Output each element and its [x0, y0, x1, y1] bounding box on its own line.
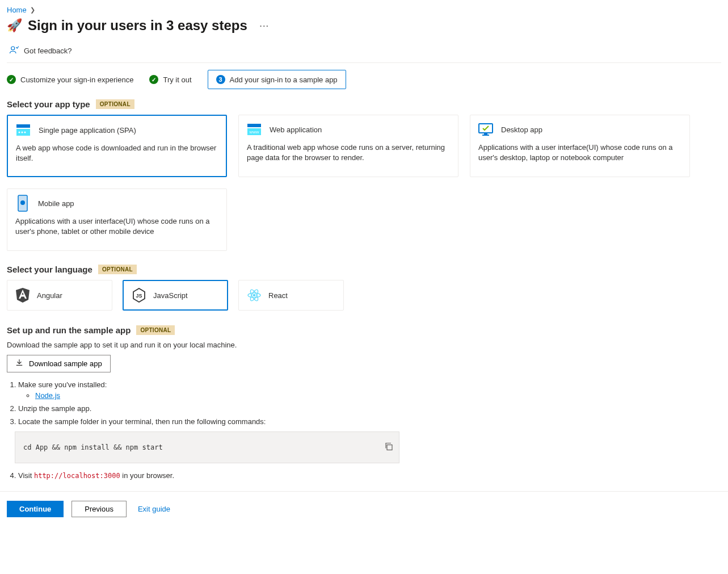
app-type-card-mobile[interactable]: Mobile app Applications with a user inte…: [7, 188, 227, 251]
copy-button[interactable]: [384, 442, 393, 453]
check-icon: ✓: [149, 75, 158, 84]
app-type-card-desktop[interactable]: Desktop app Applications with a user int…: [470, 115, 690, 177]
step-3[interactable]: 3 Add your sign-in to a sample app: [208, 70, 346, 89]
language-card-angular[interactable]: Angular: [7, 280, 112, 311]
svg-point-3: [19, 132, 20, 133]
card-desc: Applications with a user interface(UI) w…: [15, 216, 218, 236]
card-title: Web application: [270, 125, 322, 134]
svg-rect-1: [16, 124, 30, 128]
setup-steps-list: Make sure you've installed: Node.js Unzi…: [7, 380, 721, 426]
language-label: Angular: [37, 291, 62, 300]
setup-step-2: Unzip the sample app.: [18, 404, 721, 413]
rocket-icon: 🚀: [7, 18, 22, 33]
language-card-react[interactable]: React: [238, 280, 344, 311]
download-sample-button[interactable]: Download sample app: [7, 355, 111, 372]
feedback-bar[interactable]: Got feedback?: [7, 41, 721, 63]
card-title: Desktop app: [501, 125, 542, 134]
card-desc: A web app whose code is downloaded and r…: [16, 143, 218, 163]
exit-guide-link[interactable]: Exit guide: [138, 505, 170, 513]
step-1[interactable]: ✓ Customize your sign-in experience: [7, 75, 133, 84]
command-text: cd App && npm install && npm start: [23, 443, 163, 451]
step-3-label: Add your sign-in to a sample app: [230, 76, 338, 84]
setup-step-1: Make sure you've installed: Node.js: [18, 380, 721, 400]
language-label: React: [268, 291, 288, 300]
react-icon: [247, 288, 262, 303]
mobile-icon: [15, 196, 30, 211]
chevron-right-icon: ❯: [30, 6, 35, 14]
section-title-language: Select your language: [7, 265, 92, 274]
step-1-label: Customize your sign-in experience: [20, 76, 133, 84]
step-2[interactable]: ✓ Try it out: [149, 75, 191, 84]
breadcrumb-home-link[interactable]: Home: [7, 6, 27, 14]
optional-badge: OPTIONAL: [98, 265, 137, 274]
feedback-label: Got feedback?: [24, 47, 72, 55]
card-desc: A traditional web app whose code runs on…: [247, 143, 450, 162]
svg-point-15: [253, 294, 256, 297]
section-header-app-type: Select your app type OPTIONAL: [7, 99, 721, 109]
step-tracker: ✓ Customize your sign-in experience ✓ Tr…: [7, 70, 721, 89]
section-title-setup: Set up and run the sample app: [7, 325, 131, 335]
svg-rect-19: [387, 445, 392, 450]
language-card-javascript[interactable]: JS JavaScript: [123, 280, 228, 311]
svg-rect-6: [247, 124, 261, 127]
svg-text:JS: JS: [136, 293, 142, 299]
svg-rect-10: [484, 133, 487, 135]
nodejs-link[interactable]: Node.js: [35, 391, 60, 400]
download-icon: [15, 359, 23, 368]
setup-step-4: Visit http://localhost:3000 in your brow…: [18, 471, 721, 480]
svg-point-4: [22, 132, 23, 133]
section-header-language: Select your language OPTIONAL: [7, 265, 721, 274]
feedback-icon: [9, 45, 19, 57]
previous-button[interactable]: Previous: [71, 501, 127, 517]
continue-button[interactable]: Continue: [7, 501, 64, 517]
javascript-icon: JS: [132, 288, 146, 303]
step-number-badge: 3: [216, 75, 225, 84]
more-menu-button[interactable]: ···: [260, 22, 270, 30]
page-title-row: 🚀 Sign in your users in 3 easy steps ···: [7, 18, 721, 33]
setup-step-3: Locate the sample folder in your termina…: [18, 417, 721, 426]
localhost-url: http://localhost:3000: [34, 472, 120, 480]
setup-description: Download the sample app to set it up and…: [7, 341, 721, 349]
app-type-card-web[interactable]: WWW Web application A traditional web ap…: [238, 115, 458, 177]
spa-icon: [16, 123, 31, 137]
download-button-label: Download sample app: [29, 359, 102, 368]
svg-point-0: [11, 47, 15, 50]
section-header-setup: Set up and run the sample app OPTIONAL: [7, 325, 721, 335]
language-options: Angular JS JavaScript React: [7, 280, 721, 311]
angular-icon: [15, 288, 30, 303]
svg-text:WWW: WWW: [250, 131, 259, 134]
breadcrumb: Home ❯: [7, 6, 721, 14]
desktop-icon: [478, 122, 493, 137]
command-code-block: cd App && npm install && npm start: [15, 431, 399, 463]
section-title-app-type: Select your app type: [7, 99, 90, 109]
svg-point-13: [20, 200, 25, 205]
page-title: Sign in your users in 3 easy steps: [28, 18, 247, 33]
card-title: Single page application (SPA): [39, 126, 136, 135]
card-desc: Applications with a user interface(UI) w…: [478, 143, 681, 162]
step-2-label: Try it out: [163, 76, 191, 84]
footer-actions: Continue Previous Exit guide: [0, 491, 728, 526]
optional-badge: OPTIONAL: [96, 99, 134, 109]
svg-point-5: [24, 132, 26, 133]
optional-badge: OPTIONAL: [136, 325, 175, 335]
card-title: Mobile app: [38, 199, 74, 208]
language-label: JavaScript: [153, 291, 188, 300]
svg-rect-11: [482, 135, 489, 136]
app-type-card-spa[interactable]: Single page application (SPA) A web app …: [7, 115, 227, 177]
web-app-icon: WWW: [247, 122, 262, 137]
setup-steps-list-cont: Visit http://localhost:3000 in your brow…: [7, 471, 721, 480]
check-icon: ✓: [7, 75, 16, 84]
app-type-cards: Single page application (SPA) A web app …: [7, 115, 721, 251]
